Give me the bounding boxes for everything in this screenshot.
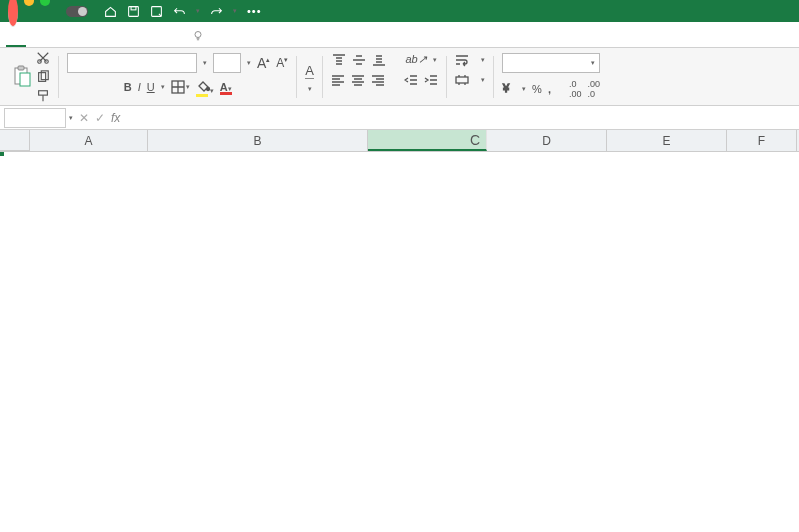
merge-icon — [455, 73, 469, 87]
autosave-toggle[interactable] — [62, 6, 92, 17]
tab-review[interactable] — [138, 37, 158, 47]
svg-rect-0 — [129, 6, 139, 16]
window-controls — [8, 0, 50, 27]
number-group: ▾ ¥▾ % , .0.00 .00.0 — [496, 53, 606, 101]
svg-rect-1 — [131, 6, 136, 9]
merge-center-button[interactable]: ▾ — [455, 73, 485, 87]
phonetic-icon[interactable]: A — [305, 53, 314, 79]
toggle-switch[interactable] — [66, 6, 88, 17]
wrap-text-button[interactable]: ▾ — [455, 53, 485, 67]
bold-button[interactable]: B — [124, 81, 132, 93]
decrease-decimal-icon[interactable]: .00.0 — [587, 79, 600, 99]
svg-point-3 — [195, 32, 201, 38]
borders-button[interactable]: ▾ — [171, 80, 190, 94]
increase-font-icon[interactable]: A▴ — [257, 55, 270, 71]
svg-rect-14 — [456, 77, 468, 83]
undo-caret[interactable]: ▾ — [196, 7, 200, 15]
selection-box — [0, 152, 4, 156]
worksheet[interactable]: A B C D E F — [0, 130, 799, 532]
col-header-a[interactable]: A — [30, 130, 148, 151]
indent-increase-icon[interactable] — [424, 73, 438, 87]
wrap-merge-group: ▾ ▾ — [449, 53, 491, 101]
formula-input[interactable] — [126, 108, 799, 128]
name-box-caret[interactable]: ▾ — [69, 114, 73, 122]
copy-icon[interactable] — [36, 70, 50, 84]
maximize-window[interactable] — [40, 0, 50, 6]
tab-pagelayout[interactable] — [72, 37, 92, 47]
svg-rect-5 — [18, 66, 24, 70]
minimize-window[interactable] — [24, 0, 34, 6]
comma-button[interactable]: , — [548, 83, 551, 95]
cut-icon[interactable] — [36, 51, 50, 65]
name-box[interactable] — [4, 108, 66, 128]
align-bottom-icon[interactable] — [372, 53, 386, 67]
tab-home[interactable] — [6, 35, 26, 47]
fill-color-button[interactable]: ▾ — [196, 79, 214, 95]
align-right-icon[interactable] — [371, 73, 385, 87]
col-header-e[interactable]: E — [607, 130, 727, 151]
furigana-group: A ▾ — [299, 53, 320, 101]
titlebar: ▾ ▾ ••• — [0, 0, 799, 22]
qat-icons: ▾ ▾ ••• — [104, 5, 262, 18]
tab-insert[interactable] — [28, 37, 48, 47]
tab-data[interactable] — [116, 37, 136, 47]
tab-formulas[interactable] — [94, 37, 114, 47]
wrap-icon — [455, 53, 469, 67]
col-header-b[interactable]: B — [148, 130, 368, 151]
col-header-f[interactable]: F — [727, 130, 797, 151]
italic-button[interactable]: I — [138, 81, 141, 93]
svg-text:¥: ¥ — [502, 82, 510, 94]
col-header-d[interactable]: D — [487, 130, 607, 151]
home-icon[interactable] — [104, 5, 117, 18]
redo-caret[interactable]: ▾ — [233, 7, 237, 15]
orientation-button[interactable]: ab↗ — [405, 53, 426, 66]
select-all-corner[interactable] — [0, 130, 30, 151]
close-window[interactable] — [8, 0, 18, 27]
align-center-icon[interactable] — [351, 73, 365, 87]
confirm-formula-icon[interactable]: ✓ — [95, 111, 105, 125]
column-headers: A B C D E F — [0, 130, 799, 152]
underline-button[interactable]: U — [147, 81, 155, 93]
percent-button[interactable]: % — [532, 83, 542, 95]
col-header-c[interactable]: C — [368, 130, 487, 151]
svg-rect-6 — [20, 73, 30, 86]
paste-button[interactable] — [12, 65, 32, 88]
cancel-formula-icon[interactable]: ✕ — [79, 111, 89, 125]
undo-icon[interactable] — [173, 5, 186, 18]
currency-button[interactable]: ¥ — [502, 81, 516, 97]
align-left-icon[interactable] — [331, 73, 345, 87]
ribbon-tabs — [0, 22, 799, 48]
redo-icon[interactable] — [210, 5, 223, 18]
font-name-select[interactable] — [67, 53, 197, 73]
saveas-icon[interactable] — [150, 5, 163, 18]
fx-icon[interactable]: fx — [111, 111, 120, 125]
font-group: ▾ ▾ A▴ A▾ B I U▾ ▾ ▾ A▾ — [61, 53, 294, 101]
clipboard-icon — [12, 65, 32, 87]
clipboard-group — [6, 53, 56, 101]
tab-view[interactable] — [160, 37, 180, 47]
formula-bar: ▾ ✕ ✓ fx — [0, 106, 799, 130]
increase-decimal-icon[interactable]: .0.00 — [569, 79, 582, 99]
number-format-select[interactable]: ▾ — [502, 53, 600, 73]
bulb-icon — [192, 30, 204, 42]
decrease-font-icon[interactable]: A▾ — [276, 56, 288, 70]
save-icon[interactable] — [127, 5, 140, 18]
svg-rect-11 — [39, 90, 48, 94]
align-top-icon[interactable] — [332, 53, 346, 67]
indent-decrease-icon[interactable] — [404, 73, 418, 87]
more-icon[interactable]: ••• — [247, 5, 262, 17]
align-middle-icon[interactable] — [352, 53, 366, 67]
ribbon: ▾ ▾ A▴ A▾ B I U▾ ▾ ▾ A▾ A ▾ ab↗▾ — [0, 48, 799, 106]
format-painter-icon[interactable] — [36, 89, 50, 103]
tab-draw[interactable] — [50, 37, 70, 47]
font-color-button[interactable]: A▾ — [220, 81, 232, 93]
tab-assist[interactable] — [182, 25, 218, 47]
font-size-select[interactable] — [213, 53, 241, 73]
alignment-group: ab↗▾ — [325, 53, 444, 101]
